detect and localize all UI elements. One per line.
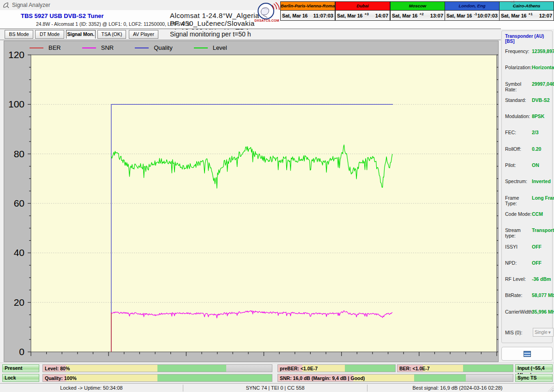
field-value: 12359,897 MHz (532, 48, 554, 54)
clock-date: Sat, Mar 16 (337, 13, 362, 18)
satellite-dish-icon (253, 2, 280, 20)
svg-text:100: 100 (8, 99, 24, 109)
stream-list-button[interactable] (501, 347, 553, 361)
field-label: ISSYI (505, 244, 532, 249)
mis-dropdown[interactable]: Single ▼ (533, 328, 554, 337)
ber-bar: BER: <1.0E-7 (397, 364, 513, 372)
logo-text: DXSATCS.COM (253, 19, 280, 22)
field-value: OFF (532, 260, 542, 266)
clock-utc-offset: +1 (528, 12, 532, 16)
field-label: FEC: (505, 130, 532, 135)
statusbar-uptime: Locked -> Uptime: 50:34:08 (0, 384, 183, 392)
field-value: Long Frame (532, 195, 554, 201)
input-indicator: Input (~55,4 Mbps) (515, 364, 553, 372)
chevron-down-icon: ▼ (548, 330, 552, 335)
clock-cairo-athens: Cairo-Athens Sat, Mar 16 +1 12:07 (499, 1, 554, 21)
sync-ts-indicator: Sync TS (515, 374, 553, 382)
legend-quality-swatch (135, 48, 149, 48)
list-icon (524, 351, 531, 357)
field-value: 0.20 (532, 146, 541, 152)
divider (0, 29, 501, 29)
legend-quality: Quality (135, 44, 172, 51)
level-bar: Level: 80% (42, 364, 272, 372)
clock-date: Sat, Mar 16 (446, 13, 472, 18)
field-label: Stream type: (505, 227, 532, 238)
clock-date: Sat, Mar 16 (501, 13, 526, 18)
indicator-strip: Present Level: 80% preBER: <1.0E-7 BER: … (0, 362, 554, 383)
satellite-name: Alcomsat 1-24.8°W_Algeria (170, 12, 259, 19)
tuner-details: 24.8W - Alcomsat 1 (ID: 3352) @ LOF1: 0,… (36, 21, 190, 27)
svg-text:80: 80 (14, 148, 24, 159)
statusbar-sync: SYNC 74 | TEI 0 | CC 558 (183, 384, 367, 392)
monitoring-subtitle: Signal monitoring per t=50 h (170, 30, 255, 38)
clock-dubai: Dubai Sat, Mar 16 +3 14:07 (335, 1, 390, 21)
divider (0, 40, 501, 40)
clock-date: Sat, Mar 16 (392, 13, 417, 18)
field-value: -36 dBm (532, 276, 551, 282)
present-indicator: Present (2, 364, 39, 372)
field-label: RF Level: (505, 276, 532, 282)
dxsatcs-logo: DXSATCS.COM (253, 2, 280, 28)
svg-text:40: 40 (14, 247, 24, 258)
field-value: OFF (532, 244, 542, 249)
clock-utc-offset: -1 (474, 12, 477, 16)
field-value: ON (532, 162, 539, 168)
field-value: DVB-S2 (532, 97, 550, 103)
clock-utc-offset: +2 (419, 12, 423, 16)
transponder-title: Transponder (AU) [BS] (505, 34, 552, 44)
field-value: 2/3 (532, 130, 539, 135)
field-label: Code Mode: (505, 211, 532, 217)
field-value: Horizontal (532, 65, 554, 70)
field-label: RollOff: (505, 146, 532, 152)
transponder-groupbox: Transponder (AU) [BS] Frequency:12359,89… (501, 30, 553, 343)
snr-bar: SNR: 16,0 dB (Margin: 9,4 dB | Good) (277, 374, 513, 382)
clock-time: 12:07 (539, 13, 552, 18)
tab-dt-mode[interactable]: DT Mode (35, 30, 64, 39)
field-value: CCM (532, 211, 543, 217)
statusbar: Locked -> Uptime: 50:34:08 SYNC 74 | TEI… (0, 383, 554, 392)
transponder-panel: Transponder (AU) [BS] Frequency:12359,89… (501, 29, 554, 392)
tuner-name: TBS 5927 USB DVB-S2 Tuner (21, 12, 104, 19)
svg-text:0: 0 (19, 346, 24, 357)
tab-av-player[interactable]: AV Player (129, 30, 158, 39)
field-label: Symbol Rate: (505, 81, 532, 92)
tab-bs-mode[interactable]: BS Mode (5, 30, 33, 39)
quality-bar: Quality: 100% (42, 374, 272, 382)
clock-utc-offset: +3 (364, 12, 368, 16)
field-value: 8PSK (532, 113, 544, 119)
clock-time: 10:07:03 (477, 13, 498, 18)
utc-offset-note: +0 (511, 0, 515, 4)
legend-level-swatch (194, 48, 208, 48)
clock-city-label: Moscow (391, 2, 445, 11)
field-label: Polarization: (505, 65, 532, 70)
tab-signal-mon[interactable]: Signal Mon. (66, 30, 96, 39)
legend-level: Level (194, 44, 227, 51)
field-label: Standard: (505, 97, 532, 103)
clock-city-label: Dubai (336, 2, 390, 11)
clock-time: 13:07 (430, 13, 443, 18)
field-value: Transport (532, 227, 554, 233)
clock-time: 14:07 (375, 13, 388, 18)
tab-tsa[interactable]: TSA (OK) (97, 30, 126, 39)
svg-text:60: 60 (14, 198, 24, 208)
svg-text:20: 20 (14, 297, 24, 308)
field-value: 58,077 Mbit/s (532, 292, 554, 298)
field-label: Frequency: (505, 48, 532, 54)
signal-chart-panel: 020406080100120 BER SNR Quality Level (4, 41, 499, 362)
field-label: Frame Type: (505, 195, 532, 206)
field-label: BitRate: (505, 292, 532, 298)
clock-time: 11:07:03 (313, 13, 333, 18)
svg-text:120: 120 (8, 49, 24, 60)
field-value: 35,996 MHz (532, 309, 554, 315)
legend-snr: SNR (82, 44, 114, 51)
mis-row: MIS (0): Single ▼ (505, 328, 552, 337)
legend-ber: BER (30, 44, 61, 51)
field-label: CarrierWidth: (505, 309, 532, 315)
legend-snr-swatch (82, 48, 96, 48)
clock-london: London, Eng Sat, Mar 16 -1 10:07:03 (445, 1, 500, 21)
field-label: NPD: (505, 260, 532, 266)
app-icon (3, 2, 9, 8)
resize-grip[interactable] (548, 386, 554, 392)
field-value: Inverted (532, 178, 551, 184)
preber-bar: preBER: <1.0E-7 (277, 364, 396, 372)
